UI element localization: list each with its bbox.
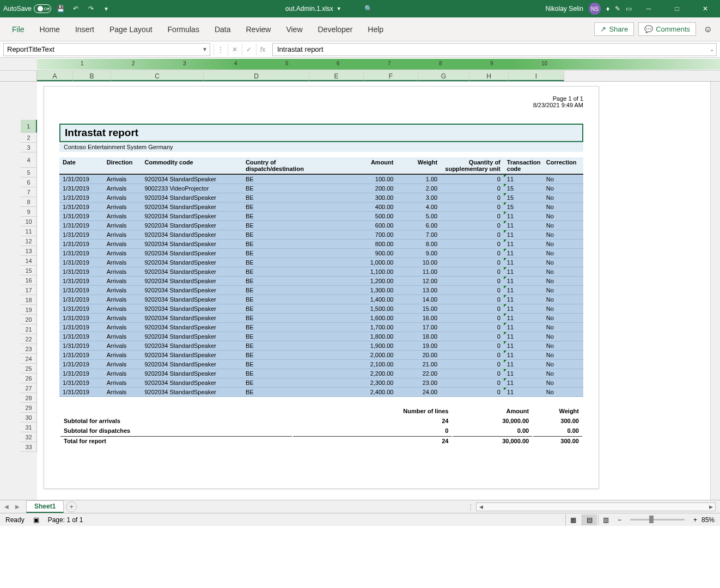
cell-qty[interactable]: 0 xyxy=(441,277,504,286)
cell-amount[interactable]: 500.00 xyxy=(335,212,396,221)
row-header[interactable]: 7 xyxy=(21,187,37,197)
row-header[interactable]: 6 xyxy=(21,177,37,187)
cell-code[interactable]: 9202034 StandardSpeaker xyxy=(142,174,242,184)
sheet-nav-prev-icon[interactable]: ◀ xyxy=(4,504,13,510)
cell-code[interactable]: 9202034 StandardSpeaker xyxy=(142,388,242,397)
cell-corr[interactable]: No xyxy=(543,230,583,240)
title-dropdown-icon[interactable]: ▼ xyxy=(337,6,341,11)
select-all-corner[interactable] xyxy=(0,71,37,81)
row-header[interactable]: 26 xyxy=(21,373,37,383)
row-header[interactable]: 23 xyxy=(21,344,37,354)
save-icon[interactable]: 💾 xyxy=(54,3,66,15)
cell-date[interactable]: 1/31/2019 xyxy=(59,230,103,240)
share-button[interactable]: ↗ Share xyxy=(594,22,634,36)
cell-tx[interactable]: 11 xyxy=(504,212,543,221)
cell-country[interactable]: BE xyxy=(242,369,335,378)
cell-weight[interactable]: 2.00 xyxy=(396,184,441,193)
cell-country[interactable]: BE xyxy=(242,277,335,286)
cell-qty[interactable]: 0 xyxy=(441,230,504,240)
table-row[interactable]: 1/31/2019Arrivals9202034 StandardSpeaker… xyxy=(59,193,583,203)
cell-tx[interactable]: 11 xyxy=(504,267,543,277)
table-row[interactable]: 1/31/2019Arrivals9202034 StandardSpeaker… xyxy=(59,212,583,221)
cell-dir[interactable]: Arrivals xyxy=(103,341,142,351)
cell-weight[interactable]: 16.00 xyxy=(396,314,441,323)
cell-country[interactable]: BE xyxy=(242,341,335,351)
cell-tx[interactable]: 11 xyxy=(504,314,543,323)
table-row[interactable]: 1/31/2019Arrivals9202034 StandardSpeaker… xyxy=(59,221,583,230)
maximize-button[interactable]: □ xyxy=(666,0,688,17)
cell-dir[interactable]: Arrivals xyxy=(103,388,142,397)
cell-code[interactable]: 9202034 StandardSpeaker xyxy=(142,230,242,240)
cell-amount[interactable]: 200.00 xyxy=(335,184,396,193)
cell-dir[interactable]: Arrivals xyxy=(103,230,142,240)
cell-date[interactable]: 1/31/2019 xyxy=(59,314,103,323)
cancel-formula-icon[interactable]: ✕ xyxy=(228,44,241,56)
cell-weight[interactable]: 24.00 xyxy=(396,388,441,397)
cell-code[interactable]: 9202034 StandardSpeaker xyxy=(142,323,242,332)
ribbon-tab-file[interactable]: File xyxy=(4,20,32,39)
cell-weight[interactable]: 11.00 xyxy=(396,267,441,277)
row-header[interactable]: 32 xyxy=(21,432,37,442)
cell-qty[interactable]: 0 xyxy=(441,378,504,388)
name-box-dropdown-icon[interactable]: ▼ xyxy=(202,46,208,52)
cell-weight[interactable]: 4.00 xyxy=(396,203,441,212)
cell-code[interactable]: 9202034 StandardSpeaker xyxy=(142,258,242,267)
cell-date[interactable]: 1/31/2019 xyxy=(59,388,103,397)
zoom-in-button[interactable]: + xyxy=(693,516,697,524)
cell-tx[interactable]: 11 xyxy=(504,174,543,184)
row-header[interactable]: 30 xyxy=(21,413,37,422)
diamond-icon[interactable]: ♦ xyxy=(606,5,609,13)
cell-corr[interactable]: No xyxy=(543,212,583,221)
cell-country[interactable]: BE xyxy=(242,258,335,267)
cell-date[interactable]: 1/31/2019 xyxy=(59,267,103,277)
table-row[interactable]: 1/31/2019Arrivals9202034 StandardSpeaker… xyxy=(59,332,583,341)
row-header[interactable]: 19 xyxy=(21,305,37,315)
close-button[interactable]: ✕ xyxy=(694,0,717,17)
row-header[interactable]: 4 xyxy=(21,152,37,168)
cell-dir[interactable]: Arrivals xyxy=(103,360,142,369)
cell-weight[interactable]: 3.00 xyxy=(396,193,441,203)
column-header[interactable]: A xyxy=(37,71,73,81)
cell-date[interactable]: 1/31/2019 xyxy=(59,295,103,304)
cell-dir[interactable]: Arrivals xyxy=(103,193,142,203)
ribbon-tab-data[interactable]: Data xyxy=(207,20,239,39)
horizontal-scrollbar[interactable]: ◀ ▶ xyxy=(476,503,716,511)
cell-dir[interactable]: Arrivals xyxy=(103,304,142,314)
cell-country[interactable]: BE xyxy=(242,193,335,203)
cell-amount[interactable]: 1,100.00 xyxy=(335,267,396,277)
cell-amount[interactable]: 700.00 xyxy=(335,230,396,240)
ribbon-tab-developer[interactable]: Developer xyxy=(310,20,361,39)
search-icon[interactable]: 🔍 xyxy=(364,5,373,13)
cell-date[interactable]: 1/31/2019 xyxy=(59,304,103,314)
cell-weight[interactable]: 15.00 xyxy=(396,304,441,314)
cell-corr[interactable]: No xyxy=(543,277,583,286)
cell-code[interactable]: 9202034 StandardSpeaker xyxy=(142,240,242,249)
table-row[interactable]: 1/31/2019Arrivals9202034 StandardSpeaker… xyxy=(59,388,583,397)
cell-weight[interactable]: 10.00 xyxy=(396,258,441,267)
table-row[interactable]: 1/31/2019Arrivals9202034 StandardSpeaker… xyxy=(59,360,583,369)
selected-cell[interactable]: Intrastat report xyxy=(59,124,583,142)
formula-bar[interactable]: Intrastat report ⌄ xyxy=(272,43,717,56)
cell-corr[interactable]: No xyxy=(543,323,583,332)
cell-tx[interactable]: 11 xyxy=(504,323,543,332)
cell-code[interactable]: 9202034 StandardSpeaker xyxy=(142,332,242,341)
cell-weight[interactable]: 13.00 xyxy=(396,286,441,295)
cell-tx[interactable]: 11 xyxy=(504,221,543,230)
column-header[interactable]: E xyxy=(309,71,364,81)
cell-country[interactable]: BE xyxy=(242,388,335,397)
column-header[interactable]: D xyxy=(204,71,309,81)
autosave-toggle[interactable]: AutoSave Off xyxy=(3,4,51,13)
cell-tx[interactable]: 11 xyxy=(504,388,543,397)
macro-record-icon[interactable]: ▣ xyxy=(33,516,39,524)
table-row[interactable]: 1/31/2019Arrivals9202034 StandardSpeaker… xyxy=(59,304,583,314)
cell-amount[interactable]: 1,700.00 xyxy=(335,323,396,332)
sheet-tab[interactable]: Sheet1 xyxy=(26,500,64,513)
row-header[interactable]: 25 xyxy=(21,364,37,373)
cell-tx[interactable]: 15 xyxy=(504,193,543,203)
cell-date[interactable]: 1/31/2019 xyxy=(59,258,103,267)
cell-date[interactable]: 1/31/2019 xyxy=(59,341,103,351)
ribbon-tab-page-layout[interactable]: Page Layout xyxy=(102,20,160,39)
row-header[interactable]: 31 xyxy=(21,422,37,432)
cell-country[interactable]: BE xyxy=(242,295,335,304)
cell-tx[interactable]: 11 xyxy=(504,304,543,314)
